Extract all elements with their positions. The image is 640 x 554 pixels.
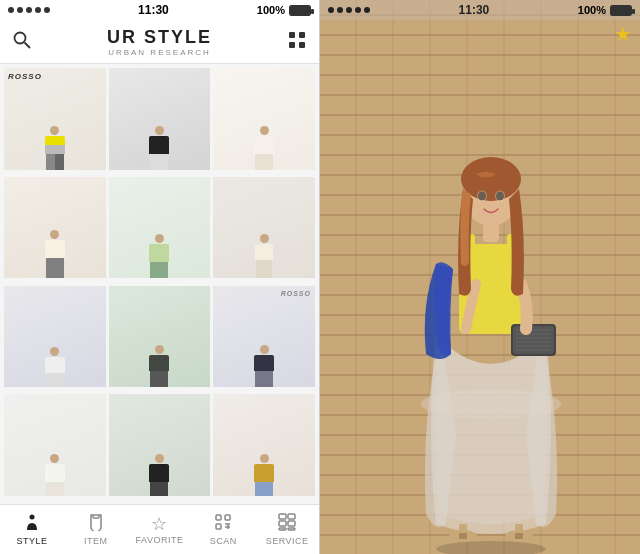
svg-point-46 xyxy=(477,191,487,202)
svg-rect-29 xyxy=(515,533,523,539)
photo-grid: ROSSO xyxy=(0,64,319,504)
grid-cell-3[interactable] xyxy=(213,68,315,170)
right-signal-dots xyxy=(328,7,370,13)
brand-title-block: UR STYLE URBAN RESEARCH xyxy=(107,27,212,57)
item-icon xyxy=(87,513,105,534)
svg-rect-17 xyxy=(288,514,295,519)
svg-rect-19 xyxy=(288,521,295,526)
r-dot-4 xyxy=(355,7,361,13)
svg-rect-11 xyxy=(225,515,230,520)
svg-rect-2 xyxy=(289,32,295,38)
grid-cell-1[interactable]: ROSSO xyxy=(4,68,106,170)
battery-fill-left xyxy=(290,6,310,15)
svg-rect-4 xyxy=(289,42,295,48)
grid-cell-9[interactable]: ROSSO xyxy=(213,286,315,388)
svg-point-47 xyxy=(495,191,505,202)
favorite-star[interactable]: ★ xyxy=(614,22,632,46)
r-dot-3 xyxy=(346,7,352,13)
nav-label-favorite: FAVORITE xyxy=(136,535,184,545)
brand-subtitle: URBAN RESEARCH xyxy=(107,48,212,57)
svg-point-0 xyxy=(15,32,26,43)
r-dot-5 xyxy=(364,7,370,13)
grid-cell-11[interactable] xyxy=(109,394,211,496)
right-time: 11:30 xyxy=(459,3,490,17)
grid-cell-7[interactable] xyxy=(4,286,106,388)
left-battery-info: 100% xyxy=(257,4,311,16)
grid-cell-6[interactable] xyxy=(213,177,315,279)
grid-cell-4[interactable] xyxy=(4,177,106,279)
dot-3 xyxy=(26,7,32,13)
rosso-label-2: ROSSO xyxy=(281,290,311,297)
right-panel: 11:30 100% ★ xyxy=(320,0,640,554)
grid-cell-2[interactable] xyxy=(109,68,211,170)
r-dot-2 xyxy=(337,7,343,13)
style-icon xyxy=(23,513,41,534)
scan-icon xyxy=(214,513,232,534)
right-battery-info: 100% xyxy=(578,4,632,16)
service-icon xyxy=(278,513,296,534)
dot-1 xyxy=(8,7,14,13)
grid-cell-12[interactable] xyxy=(213,394,315,496)
svg-rect-21 xyxy=(288,528,295,530)
svg-rect-5 xyxy=(299,42,305,48)
app-header: UR STYLE URBAN RESEARCH xyxy=(0,20,319,64)
grid-cell-8[interactable] xyxy=(109,286,211,388)
battery-icon-left xyxy=(289,5,311,16)
svg-rect-18 xyxy=(279,521,286,526)
grid-cell-5[interactable] xyxy=(109,177,211,279)
svg-rect-10 xyxy=(216,515,221,520)
brand-style: STYLE xyxy=(144,27,212,47)
dot-5 xyxy=(44,7,50,13)
rosso-label-1: ROSSO xyxy=(8,72,42,81)
nav-item-service[interactable]: SERVICE xyxy=(255,505,319,554)
svg-line-1 xyxy=(25,42,31,48)
nav-item-style[interactable]: STYLE xyxy=(0,505,64,554)
dot-4 xyxy=(35,7,41,13)
fashion-photo[interactable]: ★ xyxy=(320,0,640,554)
nav-item-favorite[interactable]: ☆ FAVORITE xyxy=(128,505,192,554)
search-icon[interactable] xyxy=(12,30,32,54)
battery-percent-right: 100% xyxy=(578,4,606,16)
grid-cell-10[interactable] xyxy=(4,394,106,496)
svg-rect-12 xyxy=(216,524,221,529)
svg-rect-28 xyxy=(459,533,467,539)
signal-dots xyxy=(8,7,50,13)
nav-item-item[interactable]: ITEM xyxy=(64,505,128,554)
grid-icon[interactable] xyxy=(287,30,307,54)
left-panel: 11:30 100% UR STYLE URBAN RESEARCH xyxy=(0,0,320,554)
nav-label-style: STYLE xyxy=(16,536,47,546)
r-dot-1 xyxy=(328,7,334,13)
battery-percent-left: 100% xyxy=(257,4,285,16)
svg-point-22 xyxy=(436,541,546,554)
battery-fill-right xyxy=(611,6,631,15)
svg-rect-16 xyxy=(279,514,286,519)
dot-2 xyxy=(17,7,23,13)
nav-item-scan[interactable]: SCAN xyxy=(191,505,255,554)
favorite-icon: ☆ xyxy=(151,515,167,533)
svg-point-6 xyxy=(29,515,34,520)
nav-label-item: ITEM xyxy=(84,536,108,546)
fashion-figure-svg xyxy=(381,34,601,554)
brand-name: UR STYLE xyxy=(107,27,212,48)
left-time: 11:30 xyxy=(138,3,169,17)
right-status-bar: 11:30 100% xyxy=(320,0,640,20)
svg-rect-20 xyxy=(279,528,286,530)
bottom-nav: STYLE ITEM ☆ FAVORITE xyxy=(0,504,319,554)
svg-rect-3 xyxy=(299,32,305,38)
nav-label-scan: SCAN xyxy=(210,536,237,546)
nav-label-service: SERVICE xyxy=(266,536,309,546)
left-status-bar: 11:30 100% xyxy=(0,0,319,20)
battery-icon-right xyxy=(610,5,632,16)
brand-ur: UR xyxy=(107,27,144,47)
